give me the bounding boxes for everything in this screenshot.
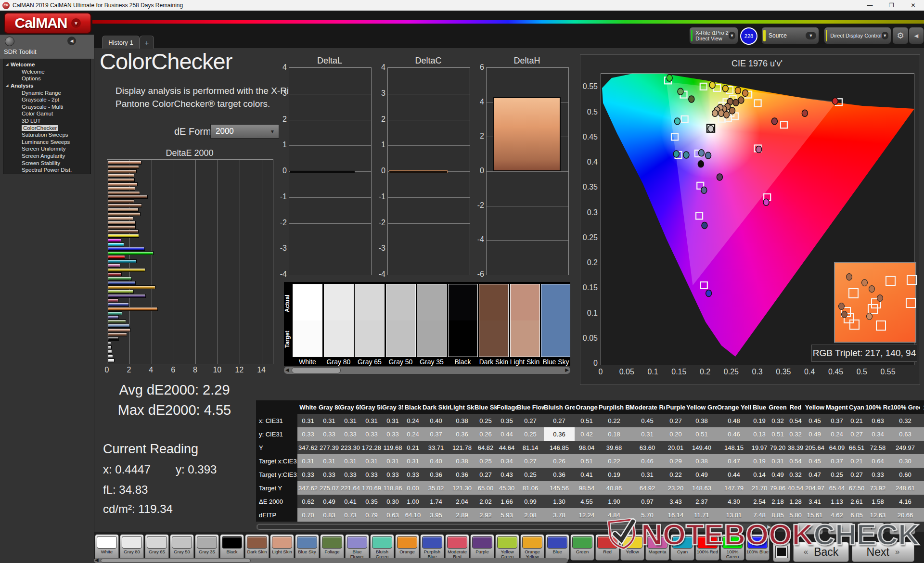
column-header: Magenta <box>826 400 848 414</box>
gridline <box>388 145 470 146</box>
sidebar-item-screen-angularity[interactable]: Screen Angularity <box>3 153 90 160</box>
scroll-right-icon[interactable]: ▶ <box>565 367 569 372</box>
table-cell: 2.92 <box>475 508 497 522</box>
swatch-dark-skin <box>479 284 509 357</box>
patch-button-100-blue[interactable]: 100% Blue <box>745 534 770 561</box>
patch-button-blue-flower[interactable]: Blue Flower <box>345 534 369 561</box>
table-cell: 40.54 <box>787 481 804 495</box>
back-button[interactable]: « Back <box>793 542 849 562</box>
sidebar-item-colorchecker[interactable]: ColorChecker <box>3 124 90 131</box>
de-formula-dropdown[interactable]: 2000 ▼ <box>210 124 279 139</box>
patch-button-light-skin[interactable]: Light Skin <box>270 534 294 561</box>
patch-button-blue-sky[interactable]: Blue Sky <box>295 534 319 561</box>
patch-button-magenta[interactable]: Magenta <box>645 534 669 561</box>
sidebar-collapse-button[interactable]: ◀ <box>67 37 76 45</box>
sidebar-item-color-gamut[interactable]: Color Gamut <box>3 110 90 117</box>
sidebar-item-dynamic-range[interactable]: Dynamic Range <box>3 89 90 96</box>
table-cell: 146.85 <box>544 441 575 454</box>
sidebar-item-spectral-power-dist-[interactable]: Spectral Power Dist. <box>3 166 90 174</box>
sidebar-item-luminance-sweeps[interactable]: Luminance Sweeps <box>3 139 90 146</box>
patch-button-100-green[interactable]: 100% Green <box>720 534 744 561</box>
pattern-window-button[interactable] <box>773 542 790 562</box>
gridline <box>152 160 152 364</box>
tab-history-1[interactable]: History 1 <box>102 36 140 49</box>
minimize-button[interactable]: — <box>859 0 881 11</box>
sidebar-item-grayscale-2pt[interactable]: Grayscale - 2pt <box>3 96 90 103</box>
patch-button-dark-skin[interactable]: Dark Skin <box>245 534 269 561</box>
patch-button-gray-65[interactable]: Gray 65 <box>145 534 169 561</box>
patch-button-yellow[interactable]: Yellow <box>620 534 644 561</box>
swatch-label: Gray 65 <box>354 358 385 366</box>
sidebar-item-3d-lut[interactable]: 3D LUT <box>3 117 90 125</box>
patch-button-gray-80[interactable]: Gray 80 <box>120 534 144 561</box>
sidebar-item-options[interactable]: Options <box>3 75 90 82</box>
pattern-option-button[interactable]: ▪▪ <box>828 523 854 535</box>
close-button[interactable]: ✕ <box>902 0 924 11</box>
patch-bar-scrollbar[interactable]: ◀ <box>94 558 568 563</box>
patch-button-gray-35[interactable]: Gray 35 <box>195 534 219 561</box>
deltae-bar <box>108 208 139 212</box>
display-control-dropdown[interactable]: Direct Display Control ▼ <box>824 27 891 44</box>
table-cell: 23.20 <box>665 481 686 495</box>
workflow-indicator[interactable] <box>5 37 14 46</box>
scroll-left-icon[interactable]: ◀ <box>285 367 289 372</box>
expander-icon[interactable]: ◢ <box>6 84 11 88</box>
scrollbar-thumb[interactable] <box>257 524 658 530</box>
expander-icon[interactable]: ◢ <box>6 63 11 66</box>
next-button[interactable]: Next » <box>852 542 914 562</box>
patch-button-gray-50[interactable]: Gray 50 <box>170 534 194 561</box>
sidebar-item-analysis[interactable]: ◢Analysis <box>3 82 90 90</box>
reading-count-badge[interactable]: 228 <box>740 27 757 45</box>
settings-button[interactable]: ⚙ <box>892 27 909 44</box>
sidebar-item-label: 3D LUT <box>22 118 41 124</box>
sidebar-item-welcome[interactable]: ◢Welcome <box>3 61 90 68</box>
patch-button-orange-yellow[interactable]: Orange Yellow <box>520 534 544 561</box>
patch-button-green[interactable]: Green <box>570 534 594 561</box>
actual-target-swatch-strip: Actual Target WhiteGray 80Gray 65Gray 50… <box>284 282 570 366</box>
cie-y-tick: 0.2 <box>579 258 598 267</box>
patch-button-foliage[interactable]: Foliage <box>320 534 344 561</box>
patch-button-100-red[interactable]: 100% Red <box>695 534 719 561</box>
patch-button-orange[interactable]: Orange <box>395 534 419 561</box>
scroll-left-icon[interactable]: ◀ <box>95 557 99 563</box>
pattern-option-button[interactable]: ▪ <box>859 523 885 535</box>
sidebar-item-grayscale-multi[interactable]: Grayscale - Multi <box>3 103 90 111</box>
table-row: ΔE 20000.620.490.410.350.301.001.742.042… <box>256 495 924 508</box>
table-cell: 38.39 <box>787 441 804 454</box>
scrollbar-thumb[interactable] <box>101 559 251 563</box>
calman-menu-button[interactable]: CalMAN ▼ <box>4 13 91 34</box>
inset-target-square <box>886 276 896 286</box>
patch-button-cyan[interactable]: Cyan <box>670 534 694 561</box>
patch-button-white[interactable]: White <box>95 534 119 561</box>
table-cell: 0.31 <box>340 454 361 468</box>
deltae-bar <box>108 204 142 207</box>
scrollbar-thumb[interactable] <box>292 367 341 373</box>
patch-button-moderate-red[interactable]: Moderate Red <box>445 534 469 561</box>
swatch-strip-scrollbar[interactable]: ◀ ▶ <box>284 367 570 374</box>
deltae-bar <box>108 303 129 307</box>
collapse-panel-button[interactable]: ◀ <box>909 27 924 44</box>
patch-button-black[interactable]: Black <box>220 534 244 561</box>
maximize-button[interactable]: ❐ <box>881 0 902 11</box>
patch-label: Orange Yellow <box>521 550 544 559</box>
patch-button-yellow-green[interactable]: Yellow Green <box>495 534 519 561</box>
table-cell: 121.78 <box>449 441 475 454</box>
patch-button-bluish-green[interactable]: Bluish Green <box>370 534 394 561</box>
patch-button-purplish-blue[interactable]: Purplish Blue <box>420 534 444 561</box>
pattern-option-button[interactable]: ▪ <box>797 523 823 535</box>
add-tab-button[interactable]: + <box>140 36 154 49</box>
patch-button-purple[interactable]: Purple <box>470 534 494 561</box>
pattern-option-button[interactable]: ▪ <box>889 523 915 535</box>
table-scrollbar[interactable]: ▶ <box>256 524 772 530</box>
scroll-right-icon[interactable]: ▶ <box>767 524 771 529</box>
sidebar-item-screen-stability[interactable]: Screen Stability <box>3 159 90 166</box>
sidebar-item-welcome[interactable]: Welcome <box>3 68 90 76</box>
table-cell: 3.41 <box>804 495 826 508</box>
patch-button-blue[interactable]: Blue <box>545 534 569 561</box>
sidebar-item-saturation-sweeps[interactable]: Saturation Sweeps <box>3 131 90 139</box>
patch-button-red[interactable]: Red <box>595 534 619 561</box>
meter-dropdown[interactable]: X-Rite i1Pro 2Direct View ▼ <box>689 27 738 44</box>
table-cell: 145.56 <box>544 481 575 495</box>
sidebar-item-screen-uniformity[interactable]: Screen Uniformity <box>3 145 90 153</box>
source-dropdown[interactable]: Source ▼ <box>761 27 819 44</box>
